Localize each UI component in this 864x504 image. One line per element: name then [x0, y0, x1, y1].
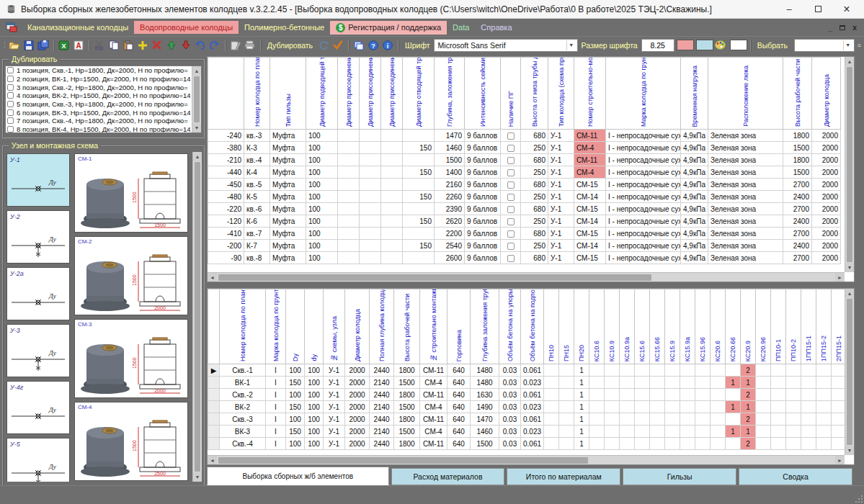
- cell[interactable]: -450: [208, 179, 244, 191]
- cell[interactable]: [665, 426, 680, 438]
- cell[interactable]: 4,9кПа: [681, 203, 708, 215]
- cell[interactable]: [589, 377, 605, 389]
- cell[interactable]: 2160: [435, 179, 465, 191]
- cell[interactable]: 2000: [812, 240, 841, 252]
- cell[interactable]: -380: [208, 142, 244, 154]
- cell[interactable]: [360, 228, 381, 240]
- cell[interactable]: 2700: [783, 228, 812, 240]
- cell[interactable]: Зеленая зона: [708, 191, 783, 203]
- cell[interactable]: 9 баллов: [465, 179, 501, 191]
- cell[interactable]: [786, 364, 801, 377]
- column-header[interactable]: Диаметр подводящей трубы: [306, 58, 338, 130]
- scroll-thumb[interactable]: [847, 67, 852, 262]
- column-header[interactable]: dy: [305, 289, 324, 364]
- column-header[interactable]: Марка колодца по грунтовым условиям: [266, 289, 286, 364]
- cell[interactable]: 0.023: [521, 426, 544, 438]
- cell[interactable]: [605, 364, 620, 377]
- cell[interactable]: 640: [447, 389, 471, 401]
- cell[interactable]: 100: [306, 179, 338, 191]
- cell[interactable]: [360, 179, 381, 191]
- cell[interactable]: 0.03: [499, 413, 521, 426]
- list-item[interactable]: 8 позиция, ВК-4, Нр=1500, Дк=2000, Н по …: [6, 125, 201, 133]
- cell[interactable]: СМ-11: [574, 130, 606, 142]
- cell[interactable]: 100: [286, 413, 305, 426]
- cell[interactable]: [589, 364, 605, 377]
- cell[interactable]: Зеленая зона: [708, 215, 783, 228]
- cell[interactable]: 4,9кПа: [681, 166, 708, 179]
- cell[interactable]: [695, 377, 711, 389]
- cell[interactable]: 100: [306, 215, 338, 228]
- cell[interactable]: -410: [208, 228, 244, 240]
- cell[interactable]: [403, 154, 435, 166]
- column-header[interactable]: Тип гильзы: [270, 58, 306, 130]
- cell[interactable]: У-1: [324, 426, 345, 438]
- paste-icon[interactable]: [122, 39, 135, 52]
- cell[interactable]: 2000: [812, 142, 841, 154]
- cell[interactable]: 2260: [435, 191, 465, 203]
- cell[interactable]: 1800: [394, 438, 420, 450]
- cell[interactable]: СМ-11: [420, 389, 447, 401]
- cell[interactable]: [381, 179, 403, 191]
- column-header[interactable]: Диаметр отводящей трубы: [403, 58, 435, 130]
- cell[interactable]: [620, 401, 635, 413]
- menu-item-2[interactable]: Водопроводные колодцы: [134, 21, 239, 34]
- cell[interactable]: [589, 426, 605, 438]
- cell[interactable]: [771, 426, 786, 438]
- cell[interactable]: [559, 438, 574, 450]
- cell[interactable]: [381, 191, 403, 203]
- cell[interactable]: 100: [306, 228, 338, 240]
- cell[interactable]: -220: [208, 203, 244, 215]
- cell[interactable]: ВК-1: [220, 377, 266, 389]
- cell[interactable]: 680: [521, 179, 548, 191]
- row-selector[interactable]: ▶: [208, 364, 220, 377]
- cell[interactable]: 1400: [435, 166, 465, 179]
- cell[interactable]: I - непросадочные сухи...: [606, 130, 681, 142]
- cell[interactable]: 2400: [783, 191, 812, 203]
- cell[interactable]: [338, 252, 360, 264]
- uzel-card-У-2а[interactable]: У-2аДу: [6, 267, 70, 320]
- cell[interactable]: [665, 377, 680, 389]
- cell[interactable]: 1470: [471, 413, 499, 426]
- edit-icon[interactable]: [229, 39, 242, 52]
- cell[interactable]: I - непросадочные сухи...: [606, 240, 681, 252]
- cell[interactable]: Зеленая зона: [708, 228, 783, 240]
- cell[interactable]: [680, 364, 695, 377]
- cell[interactable]: 2000: [345, 413, 370, 426]
- cell[interactable]: 640: [447, 438, 471, 450]
- list-item[interactable]: 4 позиция, ВК-2, Нр=1500, Дк=2000, Н по …: [6, 91, 201, 100]
- cell[interactable]: Муфта: [270, 154, 306, 166]
- cell[interactable]: [381, 252, 403, 264]
- tab-1[interactable]: Выборка сборных ж/б элементов: [207, 467, 389, 485]
- cell[interactable]: К-3: [244, 142, 270, 154]
- checkbox[interactable]: [507, 218, 515, 225]
- top-grid-hscrollbar[interactable]: ◄ ►: [208, 272, 845, 282]
- cell[interactable]: [680, 401, 695, 413]
- column-header[interactable]: Глубина заложения трубопровода по профил…: [471, 289, 499, 364]
- cell[interactable]: [771, 389, 786, 401]
- cell[interactable]: I - непросадочные сухи...: [606, 228, 681, 240]
- cell[interactable]: 4,9кПа: [681, 142, 708, 154]
- cell[interactable]: [680, 438, 695, 450]
- cell[interactable]: У-1: [548, 154, 574, 166]
- menu-item-4[interactable]: $Регистрация / поддержка: [330, 21, 447, 35]
- cell[interactable]: 2700: [783, 252, 812, 264]
- cell[interactable]: 2620: [435, 215, 465, 228]
- cell[interactable]: 2000: [812, 154, 841, 166]
- cell[interactable]: 4,9кПа: [681, 240, 708, 252]
- cell[interactable]: [756, 377, 771, 389]
- cell[interactable]: СМ-4: [574, 166, 606, 179]
- cell[interactable]: 9 баллов: [465, 240, 501, 252]
- cell[interactable]: 2700: [783, 203, 812, 215]
- column-header[interactable]: ПН10: [544, 289, 559, 364]
- cell[interactable]: [635, 377, 650, 389]
- scroll-down-icon[interactable]: ▼: [192, 123, 201, 132]
- cell[interactable]: 1: [726, 401, 741, 413]
- cell[interactable]: [801, 377, 816, 389]
- column-header[interactable]: Высота рабочей части: [394, 289, 420, 364]
- cell[interactable]: [665, 389, 680, 401]
- delete-row-icon[interactable]: [151, 39, 164, 52]
- cell[interactable]: [605, 389, 620, 401]
- cell[interactable]: [338, 166, 360, 179]
- cell[interactable]: [620, 438, 635, 450]
- cell[interactable]: 150: [403, 215, 435, 228]
